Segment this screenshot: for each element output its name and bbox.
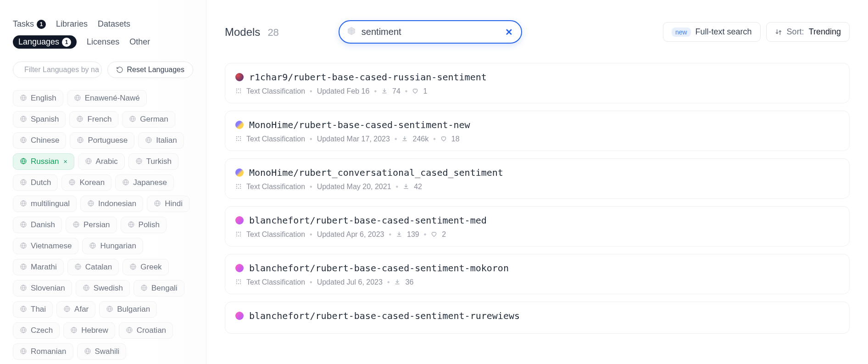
language-chip-turkish[interactable]: Turkish — [128, 153, 178, 170]
language-chip-bengali[interactable]: Bengali — [134, 280, 184, 297]
downloads-text: 42 — [414, 183, 422, 191]
model-card[interactable]: blanchefort/rubert-base-cased-sentiment-… — [225, 302, 850, 334]
language-label: multilingual — [31, 199, 70, 208]
language-chip-dutch[interactable]: Dutch — [13, 174, 58, 191]
sidebar: Tasks1LibrariesDatasetsLanguages1License… — [0, 0, 206, 364]
tab-other[interactable]: Other — [129, 35, 150, 49]
language-chip-multilingual[interactable]: multilingual — [13, 196, 77, 212]
language-chip-danish[interactable]: Danish — [13, 217, 62, 233]
language-chip-italian[interactable]: Italian — [138, 132, 184, 149]
svg-point-64 — [240, 231, 241, 232]
language-chip-french[interactable]: French — [69, 111, 118, 128]
language-chip-bulgarian[interactable]: Bulgarian — [99, 301, 157, 318]
task-text: Text Classification — [246, 278, 305, 286]
downloads-text: 139 — [407, 230, 419, 239]
language-chip-japanese[interactable]: Japanese — [115, 174, 174, 191]
language-label: Portuguese — [88, 136, 128, 145]
language-chip-russian[interactable]: Russian× — [13, 153, 74, 170]
downloads-text: 36 — [405, 278, 413, 286]
reset-languages-button[interactable]: Reset Languages — [107, 62, 193, 78]
language-chip-german[interactable]: German — [122, 111, 175, 128]
svg-point-69 — [240, 235, 241, 236]
right-controls: new Full-text search Sort: Trending — [663, 22, 850, 42]
language-chip-vietnamese[interactable]: Vietnamese — [13, 238, 78, 254]
full-text-search-button[interactable]: new Full-text search — [663, 22, 761, 42]
search-wrap: ✕ — [339, 20, 522, 44]
language-chip-swahili[interactable]: Swahili — [77, 343, 127, 360]
globe-icon — [85, 157, 92, 166]
model-card[interactable]: r1char9/rubert-base-cased-russian-sentim… — [225, 63, 850, 103]
language-chip-korean[interactable]: Korean — [61, 174, 111, 191]
svg-point-59 — [236, 187, 237, 188]
language-label: German — [140, 115, 168, 124]
updated-text: Updated Mar 17, 2023 — [317, 135, 390, 143]
separator: • — [310, 135, 312, 143]
model-card[interactable]: MonoHime/rubert_conversational_cased_sen… — [225, 158, 850, 199]
tab-tasks[interactable]: Tasks1 — [13, 19, 46, 29]
sort-label: Sort: — [787, 27, 804, 37]
language-chip-hebrew[interactable]: Hebrew — [63, 322, 115, 339]
tab-libraries[interactable]: Libraries — [56, 19, 88, 29]
globe-icon — [20, 115, 27, 124]
language-chip-english[interactable]: English — [13, 90, 63, 106]
globe-icon — [122, 179, 129, 187]
tab-languages[interactable]: Languages1 — [13, 35, 77, 49]
separator: • — [424, 230, 427, 239]
avatar — [235, 168, 244, 177]
downloads-icon — [394, 279, 401, 286]
language-chip-chinese[interactable]: Chinese — [13, 132, 66, 149]
language-filter-input[interactable]: Filter Languages by na — [13, 62, 102, 78]
language-chip-polish[interactable]: Polish — [121, 217, 167, 233]
card-title-row: blanchefort/rubert-base-cased-sentiment-… — [235, 263, 839, 274]
language-chip-romanian[interactable]: Romanian — [13, 343, 73, 360]
task-text: Text Classification — [246, 87, 305, 95]
svg-point-65 — [236, 233, 237, 234]
downloads-icon — [381, 88, 388, 95]
globe-icon — [76, 115, 83, 124]
tab-licenses[interactable]: Licenses — [87, 35, 119, 49]
separator: • — [374, 87, 377, 95]
language-chip-croatian[interactable]: Croatian — [119, 322, 173, 339]
globe-icon — [68, 179, 76, 187]
language-chip-indonesian[interactable]: Indonesian — [80, 196, 143, 212]
remove-icon[interactable]: × — [63, 158, 67, 165]
downloads-icon — [403, 183, 409, 191]
language-label: Bulgarian — [117, 305, 150, 314]
language-chip-marathi[interactable]: Marathi — [13, 259, 64, 275]
model-search-input[interactable] — [339, 20, 522, 44]
globe-icon — [145, 136, 152, 145]
globe-icon — [20, 157, 27, 166]
sort-button[interactable]: Sort: Trending — [766, 22, 850, 42]
language-chip-catalan[interactable]: Catalan — [67, 259, 119, 275]
language-chip-portuguese[interactable]: Portuguese — [70, 132, 134, 149]
language-chip-enawen-naw-[interactable]: Enawené-Nawé — [67, 90, 147, 106]
heading: Models 28 — [225, 26, 279, 39]
globe-icon — [154, 200, 161, 208]
language-chip-spanish[interactable]: Spanish — [13, 111, 66, 128]
task-text: Text Classification — [246, 230, 305, 239]
language-chip-persian[interactable]: Persian — [66, 217, 117, 233]
language-chip-greek[interactable]: Greek — [122, 259, 168, 275]
model-card[interactable]: blanchefort/rubert-base-cased-sentiment-… — [225, 206, 850, 246]
model-card[interactable]: MonoHime/rubert-base-cased-sentiment-new… — [225, 111, 850, 151]
language-chip-thai[interactable]: Thai — [13, 301, 53, 318]
language-chip-arabic[interactable]: Arabic — [78, 153, 125, 170]
language-chip-hungarian[interactable]: Hungarian — [82, 238, 143, 254]
svg-point-76 — [238, 283, 239, 284]
clear-search-icon[interactable]: ✕ — [505, 27, 513, 38]
likes-text: 1 — [423, 87, 427, 95]
meta-row: Text Classification•Updated Apr 6, 2023•… — [235, 230, 839, 239]
model-card[interactable]: blanchefort/rubert-base-cased-sentiment-… — [225, 254, 850, 294]
tab-datasets[interactable]: Datasets — [98, 19, 130, 29]
svg-point-73 — [236, 281, 237, 282]
globe-icon — [87, 200, 95, 208]
language-chip-czech[interactable]: Czech — [13, 322, 60, 339]
svg-point-46 — [236, 136, 237, 137]
globe-icon — [20, 136, 27, 145]
language-chip-afar[interactable]: Afar — [56, 301, 95, 318]
language-label: Arabic — [96, 157, 118, 166]
language-chip-slovenian[interactable]: Slovenian — [13, 280, 72, 297]
language-chip-swedish[interactable]: Swedish — [76, 280, 130, 297]
heading-count: 28 — [267, 27, 278, 39]
language-chip-hindi[interactable]: Hindi — [147, 196, 189, 212]
